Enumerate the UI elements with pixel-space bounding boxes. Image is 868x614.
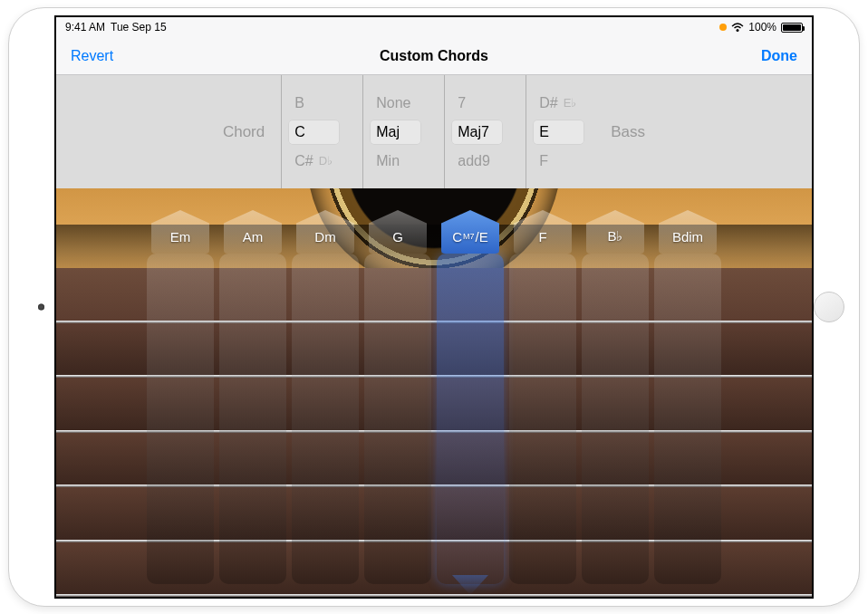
- status-time: 9:41 AM: [65, 21, 105, 34]
- string-6[interactable]: [56, 542, 812, 598]
- bass-picker-label: Bass: [607, 123, 649, 141]
- picker-root-selected: C: [289, 120, 339, 144]
- guitar-area: EmAmDmGCM7/EFB♭Bdim: [56, 188, 812, 597]
- chord-tab-4[interactable]: CM7/E: [437, 210, 504, 264]
- recording-indicator-icon: [719, 24, 727, 31]
- chord-picker-label: Chord: [219, 123, 268, 141]
- picker-quality[interactable]: None Maj Min: [362, 75, 437, 188]
- picker-bass-prev: D#E♭: [539, 91, 583, 115]
- chord-tab-label: B♭: [586, 210, 644, 254]
- chord-tab-3[interactable]: G: [364, 210, 431, 264]
- string-2[interactable]: [56, 323, 812, 379]
- chord-picker: Chord B C C#D♭ None Maj Min 7 Maj7 add9: [56, 75, 812, 188]
- string-1[interactable]: [56, 268, 812, 323]
- wifi-icon: [731, 23, 744, 32]
- chord-tab-label: Dm: [296, 210, 354, 254]
- string-3[interactable]: [56, 378, 812, 433]
- chord-tab-0[interactable]: Em: [147, 210, 214, 264]
- picker-ext-next: add9: [458, 149, 502, 173]
- picker-root-prev: B: [294, 91, 339, 115]
- picker-root-next: C#D♭: [294, 149, 339, 173]
- chord-tab-7[interactable]: Bdim: [654, 210, 721, 264]
- guitar-neck: [56, 268, 812, 597]
- picker-extension[interactable]: 7 Maj7 add9: [444, 75, 518, 188]
- status-bar: 9:41 AM Tue Sep 15 100%: [56, 17, 812, 37]
- picker-bass[interactable]: D#E♭ E F: [526, 75, 600, 188]
- screen: 9:41 AM Tue Sep 15 100% Revert Custom Ch…: [54, 15, 814, 599]
- picker-quality-next: Min: [376, 149, 420, 173]
- chord-tab-label: F: [514, 210, 572, 254]
- status-date: Tue Sep 15: [111, 21, 167, 34]
- front-camera: [38, 304, 44, 311]
- done-button[interactable]: Done: [759, 44, 799, 68]
- picker-root[interactable]: B C C#D♭: [281, 75, 355, 188]
- string-5[interactable]: [56, 487, 812, 542]
- battery-icon: [781, 23, 803, 33]
- picker-bass-next: F: [539, 149, 583, 173]
- chord-tab-5[interactable]: F: [509, 210, 576, 264]
- ipad-device: 9:41 AM Tue Sep 15 100% Revert Custom Ch…: [8, 7, 860, 607]
- page-title: Custom Chords: [56, 48, 812, 64]
- chord-tab-label: CM7/E: [441, 210, 499, 254]
- picker-quality-prev: None: [376, 91, 420, 115]
- nav-bar: Revert Custom Chords Done: [56, 37, 812, 75]
- chord-tab-label: Em: [151, 210, 209, 254]
- battery-percent: 100%: [748, 21, 776, 34]
- picker-ext-prev: 7: [458, 91, 502, 115]
- chord-tab-label: Bdim: [659, 210, 717, 254]
- picker-bass-selected: E: [534, 120, 583, 144]
- string-4[interactable]: [56, 433, 812, 488]
- chord-tab-6[interactable]: B♭: [582, 210, 649, 264]
- revert-button[interactable]: Revert: [69, 44, 115, 68]
- chord-tabs-row: EmAmDmGCM7/EFB♭Bdim: [56, 210, 812, 264]
- chord-tab-label: G: [369, 210, 427, 254]
- home-button[interactable]: [814, 292, 844, 322]
- picker-ext-selected: Maj7: [452, 120, 502, 144]
- picker-quality-selected: Maj: [371, 120, 420, 144]
- chord-tab-label: Am: [224, 210, 282, 254]
- chord-tab-2[interactable]: Dm: [292, 210, 359, 264]
- chord-tab-1[interactable]: Am: [219, 210, 286, 264]
